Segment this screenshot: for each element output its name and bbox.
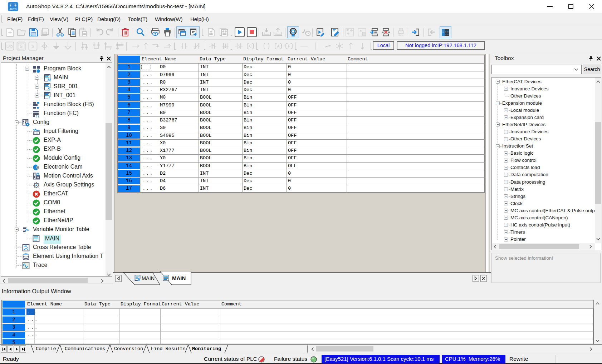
svg-text:M: M: [137, 278, 140, 281]
svg-text:S: S: [238, 44, 240, 48]
svg-text:AUTO: AUTO: [9, 8, 16, 11]
svg-text:( ): ( ): [36, 115, 39, 118]
svg-text:LAD: LAD: [6, 45, 13, 48]
svg-text:S: S: [20, 44, 23, 49]
svg-text:A: A: [277, 44, 280, 48]
svg-text:C: C: [249, 44, 251, 48]
svg-text:S: S: [31, 44, 34, 49]
svg-text:F: F: [288, 44, 290, 48]
svg-text:S: S: [48, 87, 50, 91]
svg-text:M: M: [47, 78, 51, 82]
svg-text:TE ST: TE ST: [397, 33, 405, 36]
